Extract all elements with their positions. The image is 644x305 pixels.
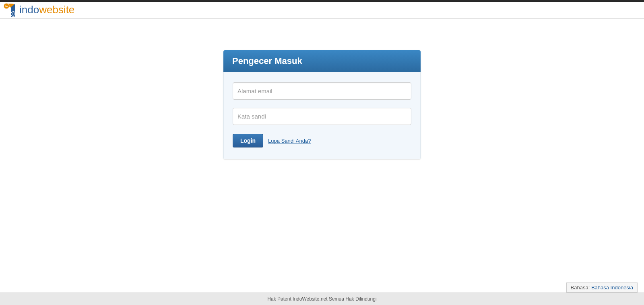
- email-field[interactable]: [233, 82, 411, 100]
- logo-text-part1: indo: [19, 4, 39, 16]
- login-button[interactable]: Login: [233, 134, 263, 147]
- panel-body: Login Lupa Sandi Anda?: [223, 72, 421, 159]
- header: iw indowebsite: [0, 2, 644, 19]
- logo[interactable]: iw indowebsite: [3, 3, 74, 17]
- logo-text: indowebsite: [19, 4, 74, 16]
- language-selector: Bahasa: Bahasa Indonesia: [566, 282, 638, 293]
- language-label: Bahasa:: [571, 285, 591, 291]
- logo-icon: iw: [3, 3, 19, 17]
- panel-title: Pengecer Masuk: [223, 50, 421, 72]
- login-panel: Pengecer Masuk Login Lupa Sandi Anda?: [223, 50, 421, 159]
- logo-text-part2: web: [39, 4, 58, 16]
- footer: Bahasa: Bahasa Indonesia Hak Patent Indo…: [0, 282, 644, 305]
- forgot-password-link[interactable]: Lupa Sandi Anda?: [268, 138, 311, 144]
- password-field[interactable]: [233, 108, 411, 125]
- copyright-text: Hak Patent IndoWebsite.net Semua Hak Dil…: [0, 293, 644, 305]
- language-bar: Bahasa: Bahasa Indonesia: [0, 282, 644, 293]
- logo-text-part3: site: [58, 4, 74, 16]
- content-area: Pengecer Masuk Login Lupa Sandi Anda?: [0, 19, 644, 159]
- login-actions: Login Lupa Sandi Anda?: [233, 134, 411, 147]
- svg-text:iw: iw: [5, 4, 8, 8]
- language-link[interactable]: Bahasa Indonesia: [591, 285, 633, 291]
